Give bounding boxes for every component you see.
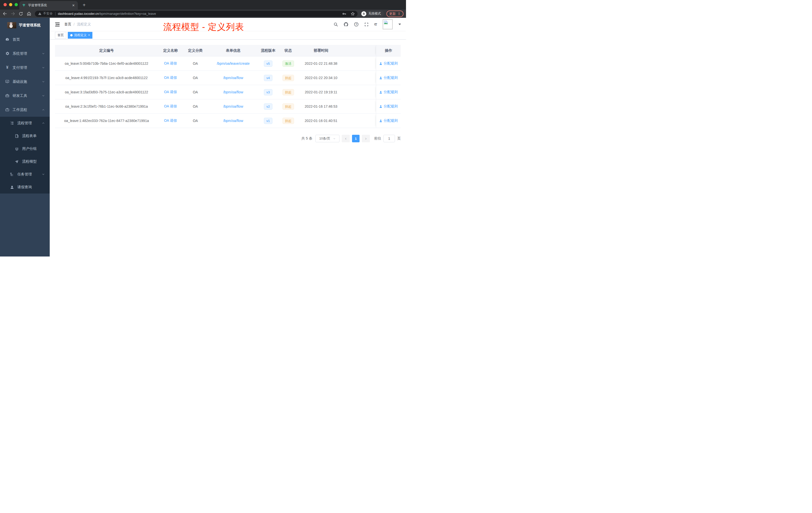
tab-close-icon[interactable]: ✕ bbox=[71, 3, 75, 7]
form-link[interactable]: /bpm/oa/flow bbox=[223, 104, 243, 109]
forward-icon[interactable] bbox=[10, 11, 16, 16]
back-icon[interactable] bbox=[2, 11, 7, 16]
next-page-button[interactable]: › bbox=[362, 135, 370, 142]
fullscreen-icon[interactable] bbox=[364, 22, 369, 27]
security-warning-icon[interactable] bbox=[38, 12, 42, 16]
version-tag: v5 bbox=[264, 60, 272, 67]
cell-spacer bbox=[343, 85, 376, 99]
main-area: 流程模型 - 定义列表 首页 / 流程定义 bbox=[50, 18, 406, 256]
tag-process-definition[interactable]: 流程定义 × bbox=[68, 32, 92, 39]
assign-rule-button[interactable]: 分配规则 bbox=[379, 76, 398, 80]
cell-deploy-time: 2022-01-22 20:34:10 bbox=[299, 71, 344, 85]
address-bar[interactable]: 不安全 dashboard.yudao.iocoder.cn/bpm/manag… bbox=[35, 11, 357, 17]
table-row: oa_leave:1:482ec033-762a-11ec-8477-a2380… bbox=[55, 114, 401, 128]
cell-spacer bbox=[343, 99, 376, 114]
reload-icon[interactable] bbox=[19, 11, 24, 16]
tag-close-icon[interactable]: × bbox=[88, 34, 90, 37]
assign-rule-button[interactable]: 分配规则 bbox=[379, 90, 398, 94]
cell-category: OA bbox=[183, 99, 208, 114]
col-deploy-time: 部署时间 bbox=[299, 45, 344, 56]
version-tag: v4 bbox=[264, 75, 272, 81]
definition-name-link[interactable]: OA 请假 bbox=[164, 61, 177, 66]
favicon-plant-icon bbox=[22, 3, 26, 7]
cell-spacer bbox=[343, 57, 376, 70]
goto-page-input[interactable] bbox=[383, 135, 395, 142]
monitor-icon bbox=[5, 79, 10, 84]
not-secure-label[interactable]: 不安全 bbox=[43, 11, 53, 16]
close-window-button[interactable] bbox=[3, 3, 7, 6]
sidebar-item-user-group[interactable]: 用户分组 bbox=[0, 142, 50, 155]
breadcrumb-home[interactable]: 首页 bbox=[64, 22, 71, 27]
assign-rule-button[interactable]: 分配规则 bbox=[379, 61, 398, 66]
paper-plane-icon bbox=[14, 159, 19, 164]
zoom-window-button[interactable] bbox=[14, 3, 18, 6]
definition-name-link[interactable]: OA 请假 bbox=[164, 118, 177, 123]
minimize-window-button[interactable] bbox=[9, 3, 12, 6]
definition-name-link[interactable]: OA 请假 bbox=[164, 76, 177, 80]
incognito-badge: 无痕模式 bbox=[360, 10, 384, 17]
chevron-up-icon bbox=[42, 108, 45, 112]
sidebar-item-dev-tools[interactable]: 研发工具 bbox=[0, 89, 50, 103]
macos-traffic-lights[interactable] bbox=[3, 3, 18, 6]
browser-tab[interactable]: 芋道管理系统 ✕ bbox=[19, 1, 78, 9]
chrome-update-button[interactable]: 更新 ⋮ bbox=[386, 10, 404, 17]
form-link[interactable]: /bpm/oa/leave/create bbox=[217, 61, 250, 65]
omnibox-divider bbox=[55, 12, 56, 16]
sidebar-item-leave-query[interactable]: 请假查询 bbox=[0, 181, 50, 193]
tag-home[interactable]: 首页 bbox=[55, 32, 66, 39]
workflow-submenu: 流程管理 流程表单 用户分组 bbox=[0, 117, 50, 193]
form-link[interactable]: /bpm/oa/flow bbox=[223, 119, 243, 123]
sidebar-item-task-management[interactable]: 任务管理 bbox=[0, 168, 50, 181]
definition-name-link[interactable]: OA 请假 bbox=[164, 104, 177, 109]
sidebar-item-label: 流程管理 bbox=[17, 121, 32, 125]
sidebar-item-payment[interactable]: ¥ 支付管理 bbox=[0, 60, 50, 74]
sidebar-item-system[interactable]: 系统管理 bbox=[0, 47, 50, 60]
sidebar-item-label: 研发工具 bbox=[12, 93, 27, 98]
sidebar-item-process-model[interactable]: 流程模型 bbox=[0, 155, 50, 168]
table-row: oa_leave:3:1fad3d93-7b75-11ec-a3c8-acde4… bbox=[55, 85, 401, 99]
page-size-select[interactable]: 10条/页 bbox=[315, 135, 340, 142]
sidebar-logo[interactable]: 芋道管理系统 bbox=[0, 18, 50, 32]
current-page-button[interactable]: 1 bbox=[352, 135, 359, 142]
dashboard-icon bbox=[5, 37, 10, 42]
help-icon[interactable]: ? bbox=[354, 22, 359, 27]
update-label[interactable]: 更新 bbox=[389, 11, 396, 16]
user-icon bbox=[379, 62, 382, 65]
sidebar-item-label: 流程表单 bbox=[22, 133, 37, 138]
breadcrumb-separator: / bbox=[74, 22, 75, 26]
definition-name-link[interactable]: OA 请假 bbox=[164, 90, 177, 94]
form-link[interactable]: /bpm/oa/flow bbox=[223, 90, 243, 94]
new-tab-button[interactable]: + bbox=[81, 2, 87, 8]
sidebar-item-label: 流程模型 bbox=[22, 159, 37, 164]
sidebar-item-process-management[interactable]: 流程管理 bbox=[0, 117, 50, 129]
form-link[interactable]: /bpm/oa/flow bbox=[223, 76, 243, 80]
prev-page-button[interactable]: ‹ bbox=[342, 135, 350, 142]
cell-deploy-time: 2022-01-22 21:48:38 bbox=[299, 57, 344, 70]
search-icon[interactable] bbox=[334, 22, 338, 27]
sidebar-item-workflow[interactable]: 工作流程 bbox=[0, 103, 50, 117]
github-icon[interactable] bbox=[344, 22, 348, 27]
sidebar-item-label: 首页 bbox=[12, 37, 20, 42]
assign-rule-button[interactable]: 分配规则 bbox=[379, 118, 398, 123]
assign-rule-button[interactable]: 分配规则 bbox=[379, 104, 398, 109]
status-tag: 挂起 bbox=[283, 89, 294, 95]
password-key-icon[interactable] bbox=[342, 11, 347, 16]
total-count-label: 共 5 条 bbox=[301, 136, 312, 141]
bookmark-star-icon[interactable] bbox=[350, 11, 355, 16]
cell-definition-id: oa_leave:5:004b710b-7b8a-11ec-8ef0-acde4… bbox=[55, 57, 158, 70]
chevron-down-icon bbox=[42, 66, 45, 69]
goto-label: 前往 bbox=[374, 136, 381, 141]
browser-menu-dots-icon[interactable]: ⋮ bbox=[398, 12, 401, 16]
yen-icon: ¥ bbox=[5, 65, 10, 70]
cell-spacer bbox=[343, 71, 376, 85]
font-size-icon[interactable]: tT bbox=[374, 22, 377, 27]
sidebar-item-process-form[interactable]: 流程表单 bbox=[0, 129, 50, 142]
sidebar-item-home[interactable]: 首页 bbox=[0, 32, 50, 47]
sidebar-item-infrastructure[interactable]: 基础设施 bbox=[0, 74, 50, 89]
avatar-dropdown-caret-icon[interactable] bbox=[399, 24, 401, 25]
user-icon bbox=[379, 76, 382, 80]
sidebar-collapse-icon[interactable] bbox=[55, 22, 60, 27]
chevron-down-icon bbox=[42, 52, 45, 55]
home-icon[interactable] bbox=[26, 11, 31, 16]
avatar-broken-image[interactable] bbox=[383, 19, 393, 29]
